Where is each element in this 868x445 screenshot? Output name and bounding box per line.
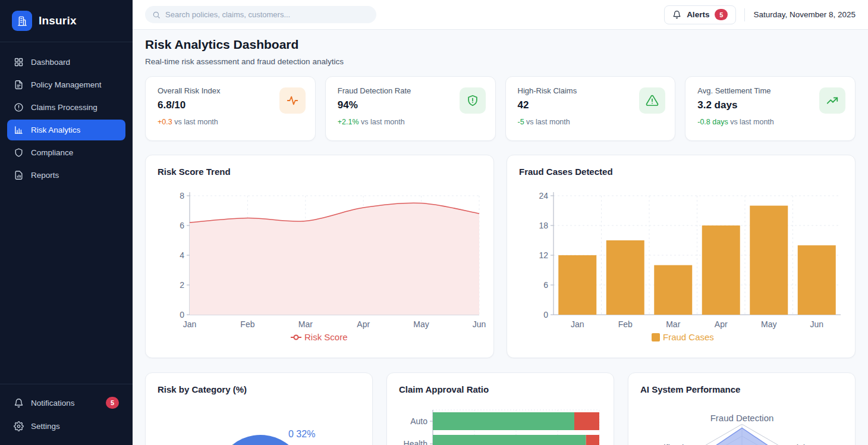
bottom-row: Risk by Category (%) 0 32% Claim Approva…	[145, 372, 856, 445]
sidebar-item-label: Policy Management	[31, 80, 102, 89]
sidebar-item-label: Notifications	[31, 399, 75, 408]
x-tick-label: Apr	[357, 319, 370, 329]
sidebar-item-dashboard[interactable]: Dashboard	[7, 52, 125, 73]
x-tick-label: May	[413, 319, 429, 329]
kpi-row: Overall Risk Index 6.8/10 +0.3 vs last m…	[145, 76, 856, 141]
sidebar-item-reports[interactable]: Reports	[7, 165, 125, 186]
notifications-badge: 5	[106, 397, 119, 409]
sidebar-item-label: Claims Processing	[31, 103, 98, 112]
reports-file-icon	[14, 170, 24, 180]
kpi-delta: +0.3 vs last month	[158, 118, 303, 126]
x-tick-label: May	[761, 319, 776, 329]
hbar-Health-Approved	[433, 435, 586, 445]
bell-icon	[672, 10, 681, 19]
x-tick-label: Apr	[715, 319, 728, 329]
x-tick-label: Jun	[810, 319, 823, 329]
kpi-card-avg-settlement-time: Avg. Settlement Time 3.2 days -0.8 days …	[685, 76, 856, 141]
kpi-delta-suffix: vs last month	[359, 118, 405, 126]
y-tick-label: 12	[539, 250, 548, 260]
chart-card-ai-system-performance: AI System Performance Fraud DetectionRis…	[628, 372, 856, 445]
x-tick-label: Feb	[618, 319, 633, 329]
y-tick-label: 0	[180, 310, 184, 319]
sidebar-item-policy-management[interactable]: Policy Management	[7, 74, 125, 95]
sidebar-item-label: Risk Analytics	[31, 126, 80, 134]
y-tick-label: 0	[543, 310, 548, 319]
x-tick-label: Mar	[298, 319, 313, 329]
hbar-Auto-Approved	[433, 412, 574, 430]
page-subtitle: Real-time risk assessment and fraud dete…	[145, 57, 856, 67]
chart-title: Risk by Category (%)	[146, 373, 372, 394]
brand-name: Insurix	[39, 14, 77, 27]
chart-card-risk-by-category: Risk by Category (%) 0 32%	[145, 372, 373, 445]
page-title: Risk Analytics Dashboard	[145, 37, 856, 52]
gear-icon	[14, 421, 24, 431]
building-icon	[12, 11, 32, 31]
sidebar-item-compliance[interactable]: Compliance	[7, 142, 125, 163]
kpi-delta-value: +2.1%	[338, 118, 359, 126]
kpi-card-overall-risk-index: Overall Risk Index 6.8/10 +0.3 vs last m…	[145, 76, 316, 141]
alert-triangle-icon	[639, 87, 665, 114]
hbar-Health-Rejected	[586, 435, 599, 445]
chart-title: AI System Performance	[628, 373, 855, 394]
risk-score-trend-chart: 02468JanFebMarAprMayJunRisk Score	[146, 191, 495, 347]
activity-pulse-icon	[279, 87, 306, 114]
y-tick-label: 24	[539, 191, 548, 200]
kpi-delta-value: -0.8 days	[697, 118, 728, 126]
chart-card-risk-score-trend: Risk Score Trend 02468JanFebMarAprMayJun…	[145, 155, 494, 358]
bar-Jun	[798, 245, 836, 315]
alerts-button[interactable]: Alerts 5	[664, 5, 736, 24]
hbar-Auto-Rejected	[574, 412, 599, 430]
compliance-shield-icon	[14, 148, 24, 158]
radar-axis-label: Verification	[650, 443, 694, 445]
kpi-card-fraud-detection-rate: Fraud Detection Rate 94% +2.1% vs last m…	[325, 76, 496, 141]
alerts-label: Alerts	[687, 10, 709, 19]
x-tick-label: Mar	[666, 319, 680, 329]
bar-Jan	[558, 255, 596, 315]
bar-Apr	[702, 225, 740, 315]
chart-card-fraud-cases-detected: Fraud Cases Detected 06121824JanFebMarAp…	[507, 155, 856, 358]
sidebar-item-settings[interactable]: Settings	[7, 416, 125, 437]
sidebar-item-claims-processing[interactable]: Claims Processing	[7, 97, 125, 118]
search-box[interactable]	[145, 6, 376, 23]
legend-fraud-cases[interactable]: Fraud Cases	[652, 332, 714, 342]
chart-title: Risk Score Trend	[146, 155, 493, 177]
legend-label: Fraud Cases	[663, 332, 714, 342]
sidebar-footer: Notifications 5 Settings	[0, 384, 133, 445]
sidebar: Insurix Dashboard Policy Management Clai…	[0, 0, 133, 445]
charts-row: Risk Score Trend 02468JanFebMarAprMayJun…	[145, 155, 856, 358]
pie-slice-label: 0 32%	[288, 429, 315, 439]
y-tick-label: 8	[180, 191, 184, 200]
x-tick-label: Jun	[473, 319, 486, 329]
chart-title: Fraud Cases Detected	[507, 155, 855, 177]
policy-document-icon	[14, 80, 24, 90]
x-tick-label: Jan	[571, 319, 584, 329]
sidebar-item-notifications[interactable]: Notifications 5	[7, 391, 125, 414]
radar-axis-label: Fraud Detection	[710, 413, 774, 423]
y-tick-label: 4	[180, 250, 184, 260]
sidebar-item-risk-analytics[interactable]: Risk Analytics	[7, 120, 125, 140]
radar-axis-label: Risk Assessment	[790, 443, 856, 445]
kpi-delta-suffix: vs last month	[524, 118, 570, 126]
sidebar-item-label: Settings	[31, 422, 60, 431]
search-input[interactable]	[165, 10, 369, 19]
y-category-label: Health	[404, 439, 427, 445]
legend-risk-score[interactable]: Risk Score	[291, 332, 348, 342]
chart-card-claim-approval-ratio: Claim Approval Ratio AutoHealth	[386, 372, 614, 445]
main-area: Alerts 5 Saturday, November 8, 2025 Risk…	[133, 0, 868, 445]
kpi-delta: -0.8 days vs last month	[697, 118, 843, 126]
sidebar-item-label: Compliance	[31, 148, 73, 157]
bell-icon	[14, 398, 24, 408]
bar-Feb	[606, 240, 644, 315]
y-category-label: Auto	[410, 416, 427, 426]
app-root: Insurix Dashboard Policy Management Clai…	[0, 0, 868, 445]
search-icon	[152, 11, 161, 19]
sidebar-item-label: Dashboard	[31, 58, 70, 67]
fraud-cases-chart: 06121824JanFebMarAprMayJunFraud Cases	[507, 191, 856, 347]
y-tick-label: 2	[180, 280, 184, 290]
trending-up-icon	[819, 87, 845, 114]
y-tick-label: 6	[180, 221, 184, 230]
x-tick-label: Jan	[183, 319, 197, 329]
kpi-delta-value: -5	[518, 118, 524, 126]
kpi-delta-value: +0.3	[158, 118, 172, 126]
sidebar-item-label: Reports	[31, 171, 59, 180]
